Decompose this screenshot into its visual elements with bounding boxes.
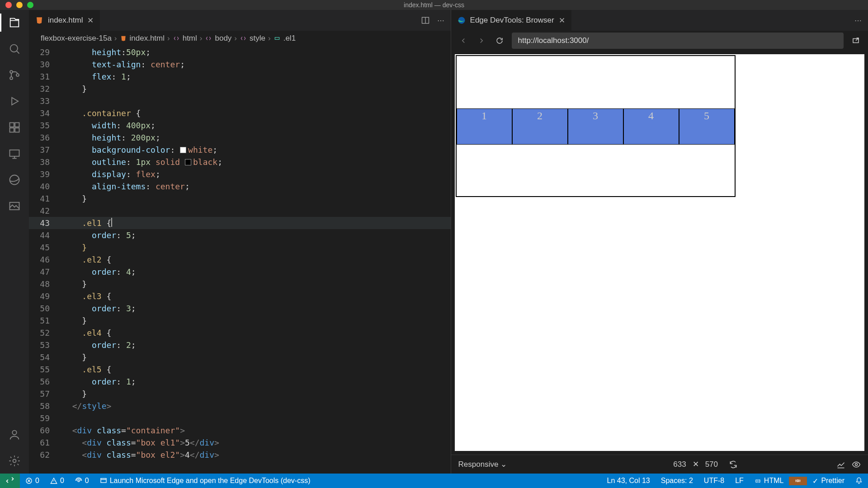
code-line[interactable]: 36 height: 200px; (29, 131, 451, 144)
breadcrumbs[interactable]: flexbox-exercise-15a› index.html› html› … (29, 31, 451, 46)
crumb-4[interactable]: style (250, 34, 265, 43)
close-icon[interactable]: ✕ (559, 16, 565, 25)
accounts-icon[interactable] (7, 427, 22, 442)
prettier-status[interactable]: ✓ Prettier (807, 477, 850, 485)
encoding[interactable]: UTF-8 (698, 477, 730, 485)
flex-box: 4 (623, 108, 679, 145)
indentation[interactable]: Spaces: 2 (656, 477, 698, 485)
forward-icon[interactable] (476, 37, 487, 45)
reload-icon[interactable] (494, 37, 505, 45)
code-line[interactable]: 57 } (29, 388, 451, 400)
maximize-window-button[interactable] (27, 2, 33, 8)
language-mode[interactable]: HTML (749, 477, 789, 485)
code-line[interactable]: 46 .el2 { (29, 253, 451, 266)
code-line[interactable]: 30 text-align: center; (29, 58, 451, 70)
svg-point-3 (16, 74, 19, 76)
port-forward[interactable]: 0 (70, 477, 94, 485)
run-debug-icon[interactable] (7, 94, 22, 108)
code-line[interactable]: 33 (29, 95, 451, 107)
code-line[interactable]: 59 (29, 412, 451, 424)
code-line[interactable]: 51 } (29, 314, 451, 327)
code-line[interactable]: 61 <div class="box el1">5</div> (29, 436, 451, 449)
crumb-3[interactable]: body (215, 34, 231, 43)
popout-icon[interactable] (850, 37, 862, 45)
code-line[interactable]: 55 .el5 { (29, 363, 451, 375)
responsive-dropdown[interactable]: Responsive ⌄ (458, 460, 507, 469)
symbol-icon (274, 35, 281, 42)
source-control-icon[interactable] (7, 68, 22, 82)
extensions-icon[interactable] (7, 120, 22, 135)
crumb-1[interactable]: index.html (130, 34, 165, 43)
cursor-position[interactable]: Ln 43, Col 13 (602, 477, 656, 485)
notifications-icon[interactable] (850, 477, 868, 485)
code-line[interactable]: 60 <div class="container"> (29, 424, 451, 436)
rotate-icon[interactable] (729, 460, 738, 469)
code-line[interactable]: 37 background-color: white; (29, 144, 451, 156)
svg-rect-8 (10, 150, 19, 156)
tab-edge-devtools[interactable]: Edge DevTools: Browser ✕ (451, 10, 571, 31)
crumb-5[interactable]: .el1 (283, 34, 296, 43)
close-icon[interactable]: ✕ (87, 16, 94, 25)
browser-toolbar: http://localhost:3000/ (451, 31, 868, 51)
code-line[interactable]: 48 } (29, 278, 451, 290)
crumb-2[interactable]: html (183, 34, 197, 43)
status-launch[interactable]: Launch Microsoft Edge and open the Edge … (94, 477, 316, 485)
remote-explorer-icon[interactable] (7, 146, 22, 161)
svg-rect-14 (275, 38, 279, 40)
code-line[interactable]: 34 .container { (29, 107, 451, 119)
code-line[interactable]: 47 order: 4; (29, 266, 451, 278)
code-line[interactable]: 29 height:50px; (29, 46, 451, 58)
explorer-icon[interactable] (7, 15, 22, 30)
svg-point-2 (10, 77, 13, 80)
image-preview-icon[interactable] (7, 199, 22, 213)
emulate-css-icon[interactable] (836, 460, 845, 469)
more-actions-icon[interactable]: ⋯ (854, 16, 862, 25)
code-line[interactable]: 54 } (29, 351, 451, 363)
code-line[interactable]: 39 display: flex; (29, 168, 451, 180)
eol[interactable]: LF (730, 477, 749, 485)
code-line[interactable]: 50 order: 3; (29, 302, 451, 314)
minimize-window-button[interactable] (16, 2, 23, 8)
search-icon[interactable] (7, 42, 22, 56)
emulate-vision-icon[interactable] (852, 460, 861, 469)
code-line[interactable]: 40 align-items: center; (29, 180, 451, 192)
code-line[interactable]: 32 } (29, 83, 451, 95)
close-window-button[interactable] (5, 2, 12, 8)
address-bar[interactable]: http://localhost:3000/ (512, 33, 844, 49)
split-editor-icon[interactable] (421, 16, 430, 25)
remote-indicator[interactable] (0, 474, 20, 488)
code-line[interactable]: 35 width: 400px; (29, 119, 451, 131)
activity-bar (0, 10, 29, 474)
code-line[interactable]: 56 order: 1; (29, 375, 451, 388)
code-line[interactable]: 49 .el3 { (29, 290, 451, 302)
tab-index-html[interactable]: index.html ✕ (29, 10, 100, 31)
symbol-icon (173, 35, 180, 42)
more-actions-icon[interactable]: ⋯ (437, 16, 444, 25)
code-editor[interactable]: 29 height:50px;30 text-align: center;31 … (29, 46, 451, 474)
go-live[interactable] (789, 477, 807, 485)
code-line[interactable]: 52 .el4 { (29, 327, 451, 339)
code-line[interactable]: 44 order: 5; (29, 229, 451, 241)
settings-icon[interactable] (7, 454, 22, 468)
code-line[interactable]: 62 <div class="box el2">4</div> (29, 449, 451, 461)
problems-errors[interactable]: 0 (20, 477, 45, 485)
viewport-height[interactable]: 570 (705, 460, 718, 469)
code-line[interactable]: 58 </style> (29, 400, 451, 412)
back-icon[interactable] (458, 37, 469, 45)
code-line[interactable]: 41 } (29, 192, 451, 205)
crumb-0[interactable]: flexbox-exercise-15a (41, 34, 112, 43)
code-line[interactable]: 42 (29, 205, 451, 217)
code-line[interactable]: 38 outline: 1px solid black; (29, 156, 451, 168)
rendered-page: 12345 (457, 56, 735, 196)
code-line[interactable]: 31 flex: 1; (29, 70, 451, 83)
chevron-down-icon: ⌄ (500, 460, 507, 469)
svg-rect-5 (15, 123, 19, 127)
code-line[interactable]: 53 order: 2; (29, 339, 451, 351)
code-line[interactable]: 43 .el1 { (29, 217, 451, 229)
viewport-width[interactable]: 633 (673, 460, 686, 469)
problems-warnings[interactable]: 0 (45, 477, 70, 485)
code-line[interactable]: 45 } (29, 241, 451, 253)
edge-tools-icon[interactable] (7, 173, 22, 187)
flex-box: 3 (568, 108, 623, 145)
tab-label: Edge DevTools: Browser (470, 16, 554, 25)
